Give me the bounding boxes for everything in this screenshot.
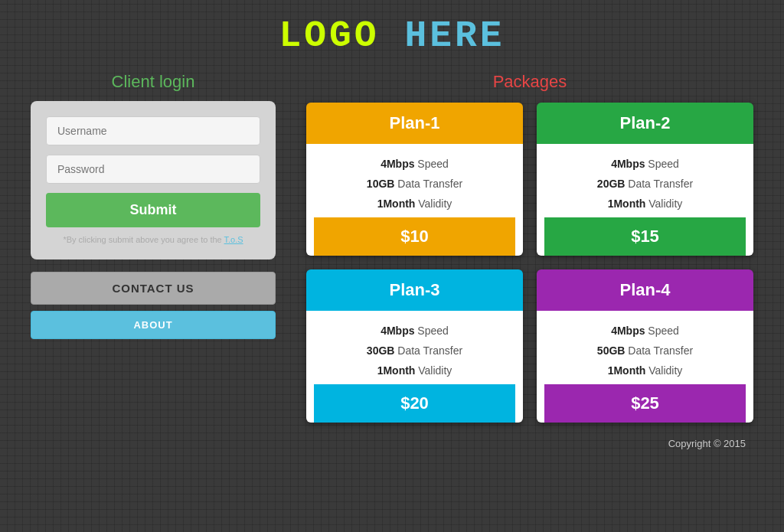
tos-link[interactable]: T.o.S	[224, 235, 243, 244]
package-price-2: $15	[544, 217, 746, 256]
package-speed-3: 4Mbps Speed	[314, 325, 515, 337]
package-body-2: 4Mbps Speed 20GB Data Transfer 1Month Va…	[537, 144, 753, 256]
package-validity-1: 1Month Validity	[314, 197, 515, 210]
login-box: Submit *By clicking submit above you agr…	[31, 101, 276, 259]
package-validity-2: 1Month Validity	[544, 197, 746, 210]
submit-button[interactable]: Submit	[46, 193, 260, 227]
copyright-text: Copyright © 2015	[668, 438, 746, 449]
tos-text: *By clicking submit above you agree to t…	[46, 235, 260, 244]
package-header-3: Plan-3	[306, 269, 523, 311]
package-header-4: Plan-4	[537, 269, 753, 311]
packages-grid: Plan-1 4Mbps Speed 10GB Data Transfer 1M…	[306, 103, 753, 423]
package-card-3[interactable]: Plan-3 4Mbps Speed 30GB Data Transfer 1M…	[306, 269, 523, 423]
logo: LOGO HERE	[279, 15, 505, 57]
page-wrapper: LOGO HERE Client login Submit *By clicki…	[0, 0, 784, 532]
logo-part2: HERE	[404, 15, 505, 57]
package-speed-2: 4Mbps Speed	[544, 158, 746, 170]
logo-part1: LOGO	[279, 15, 379, 57]
package-price-1: $10	[314, 217, 515, 256]
logo-area: LOGO HERE	[31, 15, 753, 57]
package-data-4: 50GB Data Transfer	[544, 344, 746, 357]
login-section-title: Client login	[31, 72, 276, 92]
contact-us-button[interactable]: CONTACT US	[31, 272, 276, 305]
about-button[interactable]: ABOUT	[31, 311, 276, 339]
right-column: Packages Plan-1 4Mbps Speed 10GB Data Tr…	[306, 72, 753, 423]
username-input[interactable]	[46, 116, 260, 145]
package-body-4: 4Mbps Speed 50GB Data Transfer 1Month Va…	[537, 311, 753, 423]
package-card-4[interactable]: Plan-4 4Mbps Speed 50GB Data Transfer 1M…	[537, 269, 753, 423]
package-card-2[interactable]: Plan-2 4Mbps Speed 20GB Data Transfer 1M…	[537, 103, 753, 256]
package-validity-4: 1Month Validity	[544, 364, 746, 377]
package-header-1: Plan-1	[306, 103, 523, 144]
package-data-1: 10GB Data Transfer	[314, 178, 515, 190]
package-data-3: 30GB Data Transfer	[314, 344, 515, 357]
footer: Copyright © 2015	[31, 438, 753, 449]
main-row: Client login Submit *By clicking submit …	[31, 72, 753, 423]
package-data-2: 20GB Data Transfer	[544, 178, 746, 190]
package-header-2: Plan-2	[537, 103, 753, 144]
package-speed-4: 4Mbps Speed	[544, 325, 746, 337]
left-column: Client login Submit *By clicking submit …	[31, 72, 276, 339]
package-body-1: 4Mbps Speed 10GB Data Transfer 1Month Va…	[306, 144, 523, 256]
package-price-4: $25	[544, 384, 746, 423]
packages-section-title: Packages	[306, 72, 753, 92]
package-body-3: 4Mbps Speed 30GB Data Transfer 1Month Va…	[306, 311, 523, 423]
password-input[interactable]	[46, 155, 260, 184]
package-speed-1: 4Mbps Speed	[314, 158, 515, 170]
package-card-1[interactable]: Plan-1 4Mbps Speed 10GB Data Transfer 1M…	[306, 103, 523, 256]
package-validity-3: 1Month Validity	[314, 364, 515, 377]
package-price-3: $20	[314, 384, 515, 423]
